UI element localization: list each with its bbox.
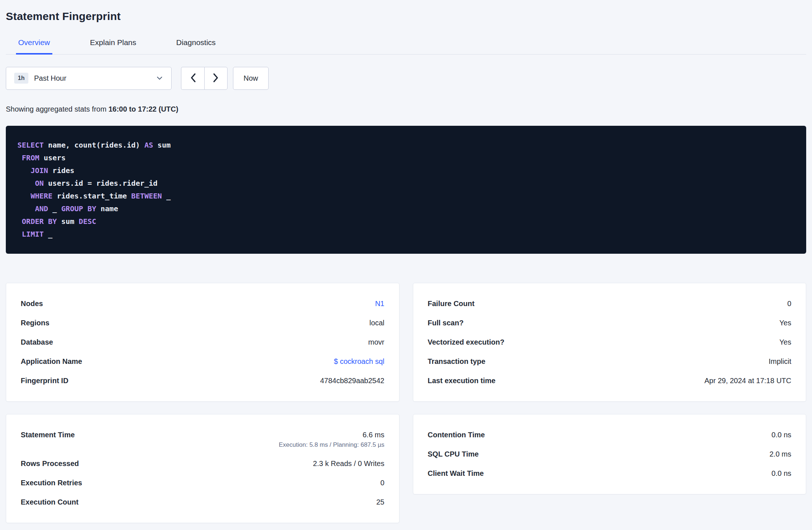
- statement-fingerprint-page: Statement Fingerprint Overview Explain P…: [0, 0, 812, 523]
- stat-label: Last execution time: [428, 377, 496, 385]
- stat-row: Execution Retries0: [21, 473, 385, 493]
- time-range-badge: 1h: [14, 73, 28, 84]
- sql-line: ON users.id = rides.rider_id: [17, 177, 795, 190]
- stat-label: Transaction type: [428, 357, 486, 366]
- card-overview-details-right: Failure Count0Full scan?YesVectorized ex…: [413, 283, 807, 402]
- stat-label: SQL CPU Time: [428, 450, 479, 458]
- stat-value-group: 0.0 ns: [772, 469, 791, 478]
- stat-row: Rows Processed2.3 k Reads / 0 Writes: [21, 454, 385, 473]
- stat-subtext: Execution: 5.8 ms / Planning: 687.5 µs: [279, 441, 384, 449]
- stat-value: movr: [368, 338, 384, 346]
- stat-value-group: 2.0 ms: [769, 450, 791, 458]
- tab-explain-plans[interactable]: Explain Plans: [88, 38, 138, 55]
- stat-value-group: Yes: [779, 319, 791, 327]
- stat-value: 2.0 ms: [769, 450, 791, 458]
- stat-label: Database: [21, 338, 53, 346]
- card-timing-left: Statement Time6.6 msExecution: 5.8 ms / …: [6, 414, 399, 523]
- stat-value: Apr 29, 2024 at 17:18 UTC: [704, 377, 791, 385]
- stat-value-group: local: [369, 319, 384, 327]
- stat-row: Execution Count25: [21, 493, 385, 512]
- stat-label: Execution Retries: [21, 479, 82, 487]
- stat-label: Contention Time: [428, 431, 485, 439]
- stat-value-group: 25: [376, 498, 384, 506]
- stat-value: 25: [376, 498, 384, 506]
- stat-label: Failure Count: [428, 300, 475, 308]
- next-time-button[interactable]: [204, 67, 228, 90]
- stat-row: Transaction typeImplicit: [428, 352, 792, 371]
- stat-value-group: 2.3 k Reads / 0 Writes: [313, 459, 384, 468]
- stat-value-group: 4784cb829aab2542: [320, 377, 385, 385]
- aggregated-stats-prefix: Showing aggregated stats from: [6, 105, 106, 113]
- sql-line: WHERE rides.start_time BETWEEN _: [17, 190, 795, 202]
- sql-line: SELECT name, count(rides.id) AS sum: [17, 139, 795, 152]
- stat-value-link[interactable]: N1: [375, 300, 385, 308]
- stat-row: Fingerprint ID4784cb829aab2542: [21, 371, 385, 390]
- stat-row: Regionslocal: [21, 313, 385, 333]
- time-range-dropdown[interactable]: 1h Past Hour: [6, 67, 172, 90]
- stat-label: Vectorized execution?: [428, 338, 505, 346]
- sql-statement-box: SELECT name, count(rides.id) AS sum FROM…: [6, 126, 806, 254]
- time-step-buttons: [181, 67, 228, 90]
- stat-row: Statement Time6.6 msExecution: 5.8 ms / …: [21, 425, 385, 454]
- stat-label: Rows Processed: [21, 459, 79, 468]
- stat-value: Yes: [779, 319, 791, 327]
- time-controls: 1h Past Hour Now: [6, 67, 806, 90]
- stat-label: Nodes: [21, 300, 43, 308]
- sql-line: LIMIT _: [17, 228, 795, 241]
- tab-overview[interactable]: Overview: [16, 38, 52, 55]
- sql-code: SELECT name, count(rides.id) AS sum FROM…: [17, 139, 795, 241]
- stat-value: 0: [380, 479, 384, 487]
- stat-row: Databasemovr: [21, 333, 385, 352]
- aggregated-stats-text: Showing aggregated stats from 16:00 to 1…: [6, 105, 806, 113]
- stat-label: Client Wait Time: [428, 469, 484, 478]
- stat-row: Application Name$ cockroach sql: [21, 352, 385, 371]
- stat-value-group: Implicit: [769, 357, 791, 366]
- stat-label: Statement Time: [21, 431, 75, 439]
- sql-line: AND _ GROUP BY name: [17, 202, 795, 215]
- stat-label: Execution Count: [21, 498, 79, 506]
- stat-value-group: 0.0 ns: [772, 431, 791, 439]
- sql-line: ORDER BY sum DESC: [17, 215, 795, 228]
- stat-value-group: Yes: [779, 338, 791, 346]
- stat-row: Vectorized execution?Yes: [428, 333, 792, 352]
- sql-line: FROM users: [17, 152, 795, 164]
- stat-row: NodesN1: [21, 294, 385, 313]
- stat-value-group: 6.6 msExecution: 5.8 ms / Planning: 687.…: [279, 431, 384, 449]
- now-button[interactable]: Now: [233, 67, 269, 90]
- tab-diagnostics[interactable]: Diagnostics: [174, 38, 218, 55]
- stat-value-link[interactable]: $ cockroach sql: [334, 357, 385, 366]
- stat-value-group: 0: [380, 479, 384, 487]
- card-timing-right: Contention Time0.0 nsSQL CPU Time2.0 msC…: [413, 414, 807, 494]
- stat-row: Failure Count0: [428, 294, 792, 313]
- stat-value: local: [369, 319, 384, 327]
- card-overview-details-left: NodesN1RegionslocalDatabasemovrApplicati…: [6, 283, 399, 402]
- chevron-down-icon: [156, 75, 163, 82]
- stat-value: 2.3 k Reads / 0 Writes: [313, 459, 384, 468]
- stat-row: Full scan?Yes: [428, 313, 792, 333]
- page-title: Statement Fingerprint: [6, 10, 806, 23]
- stat-label: Full scan?: [428, 319, 464, 327]
- stat-label: Fingerprint ID: [21, 377, 68, 385]
- stat-value: 0: [787, 300, 791, 308]
- stat-row: SQL CPU Time2.0 ms: [428, 445, 792, 464]
- stat-value: Yes: [779, 338, 791, 346]
- summary-cards: NodesN1RegionslocalDatabasemovrApplicati…: [6, 283, 806, 523]
- stat-value-group: N1: [375, 300, 385, 308]
- time-range-value: Past Hour: [34, 74, 67, 83]
- stat-value-group: 0: [787, 300, 791, 308]
- stat-row: Client Wait Time0.0 ns: [428, 464, 792, 483]
- stat-value-group: movr: [368, 338, 384, 346]
- stat-value-group: Apr 29, 2024 at 17:18 UTC: [704, 377, 791, 385]
- stat-value-group: $ cockroach sql: [334, 357, 385, 366]
- prev-time-button[interactable]: [181, 67, 204, 90]
- sql-line: JOIN rides: [17, 164, 795, 177]
- stat-label: Regions: [21, 319, 49, 327]
- stat-label: Application Name: [21, 357, 82, 366]
- chevron-left-icon: [190, 73, 196, 84]
- stat-row: Last execution timeApr 29, 2024 at 17:18…: [428, 371, 792, 390]
- stat-value: 0.0 ns: [772, 469, 791, 478]
- stat-value: Implicit: [769, 357, 791, 366]
- chevron-right-icon: [213, 73, 219, 84]
- aggregated-stats-range: 16:00 to 17:22 (UTC): [108, 105, 178, 113]
- stat-value: 4784cb829aab2542: [320, 377, 385, 385]
